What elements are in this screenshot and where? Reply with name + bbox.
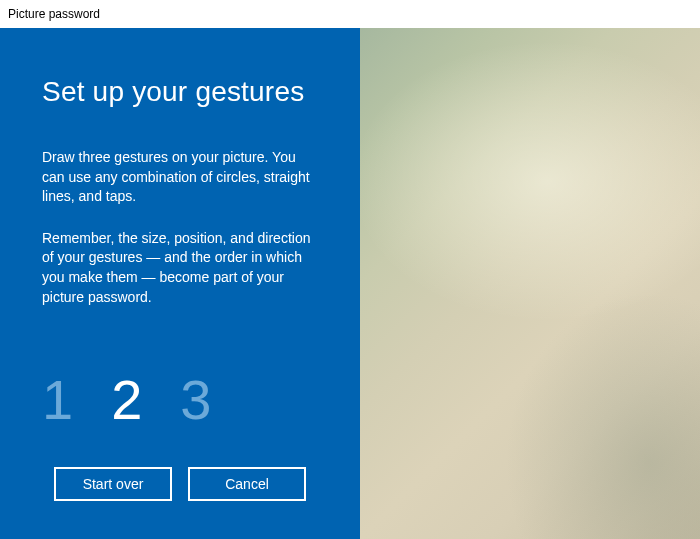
step-2-active: 2	[111, 367, 142, 432]
cancel-button[interactable]: Cancel	[188, 467, 306, 501]
step-1: 1	[42, 367, 73, 432]
step-3: 3	[180, 367, 211, 432]
picture-canvas[interactable]	[360, 28, 700, 539]
step-indicator: 1 2 3	[42, 367, 318, 432]
page-heading: Set up your gestures	[42, 76, 318, 108]
instructions-paragraph-1: Draw three gestures on your picture. You…	[42, 148, 318, 207]
start-over-button[interactable]: Start over	[54, 467, 172, 501]
window-title: Picture password	[8, 7, 100, 21]
instructions-panel: Set up your gestures Draw three gestures…	[0, 28, 360, 539]
title-bar: Picture password	[0, 0, 700, 28]
instructions-paragraph-2: Remember, the size, position, and direct…	[42, 229, 318, 307]
button-row: Start over Cancel	[42, 467, 318, 509]
main-container: Set up your gestures Draw three gestures…	[0, 28, 700, 539]
